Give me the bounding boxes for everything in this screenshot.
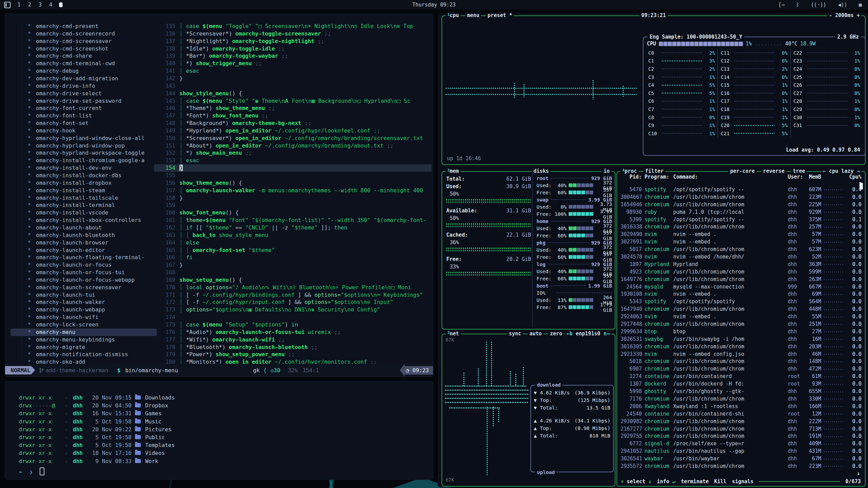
process-2917448[interactable]: 2917448chromium/usr/lib/chromium/chromdh…	[617, 321, 865, 328]
file-item-omarchy-launch-floating-terminal-[interactable]: *omarchy-launch-floating-terminal-	[11, 254, 157, 261]
process-24564[interactable]: 24564mysqldmysqld --max-connection999667…	[617, 283, 865, 291]
net-panel[interactable]: 3net syncautozero ←b enp191s0 n→ 67K 67K	[442, 334, 615, 487]
menu-button[interactable]: menu	[465, 12, 481, 18]
dir-row-Music[interactable]: drwxr-xr-x-dhh 5 Oct 19:58 Music	[19, 418, 426, 426]
process-5343[interactable]: 5343spotify/opt/spotify/spotifydhh564M0.…	[617, 298, 865, 306]
code-line[interactable]	[179, 172, 431, 179]
code-line[interactable]: }	[179, 194, 431, 202]
dir-row-Downloads[interactable]: drwxr-xr-x-dhh20 Nov 09:15 Downloads	[19, 394, 426, 402]
proc-scrollbar[interactable]	[859, 183, 863, 190]
code-line[interactable]: }	[179, 164, 431, 172]
file-item-omarchy-font-current[interactable]: *omarchy-font-current	[11, 104, 157, 112]
process-3016338[interactable]: 3016338chromium/usr/lib/chromium/chromdh…	[617, 223, 865, 231]
file-item-omarchy-debug[interactable]: *omarchy-debug	[11, 67, 157, 75]
file-item-omarchy-lock-screen[interactable]: *omarchy-lock-screen	[11, 321, 157, 329]
proc-tab-per-core[interactable]: per-core	[728, 168, 756, 174]
file-item-omarchy-cmd-present[interactable]: *omarchy-cmd-present	[11, 23, 157, 30]
code-line[interactable]: show_style_menu() {	[179, 90, 431, 97]
proc-action-Kill[interactable]: Kill	[714, 478, 727, 485]
file-item-omarchy-notification-dismiss[interactable]: *omarchy-notification-dismiss	[11, 351, 157, 358]
process-3027691[interactable]: 3027691nvimnvim --embed .dhh57M0.0	[617, 238, 865, 246]
file-item-omarchy-launch-browser[interactable]: *omarchy-launch-browser	[11, 239, 157, 247]
disks-list[interactable]: root929 GiBUsed:40%372 GiBFree:60%557 Gi…	[537, 175, 612, 311]
file-item-omarchy-menu-keybindings[interactable]: *omarchy-menu-keybindings	[11, 336, 157, 344]
process-2921330[interactable]: 2921330nvimnvim --embed config.jsodhh46M…	[617, 351, 865, 358]
process-1930108[interactable]: 1930108nvimnvim --embed .dhh69M0.0	[617, 291, 865, 298]
process-2924063[interactable]: 2924063nvimnvim --embed .dhh55M0.0	[617, 313, 865, 321]
process-3004667[interactable]: 3004667chromium/usr/lib/chromium/chromdh…	[617, 194, 865, 201]
update-interval[interactable]: - 2000ms +	[827, 12, 862, 18]
dir-row-Public[interactable]: drwxr-xr-x-dhh 5 Oct 19:58 Public	[19, 433, 426, 441]
code-line[interactable]: │ *About*) open_in_editor ~/.config/omar…	[179, 142, 431, 150]
code-line[interactable]: │ if [[ "$theme" == "CNCLD" || -z "$them…	[179, 224, 431, 232]
process-7176[interactable]: 7176chromium/usr/lib/chromium/chromdhh33…	[617, 395, 865, 403]
code-line[interactable]: │ case $(menu "Style" "◉ Theme\n𝐀 Font\n…	[179, 97, 431, 105]
process-5998[interactable]: 5998ghostty/usr/bin/ghostty --gtk-dhh655…	[617, 388, 865, 395]
code-line[interactable]: │ │ back_to show_style_menu	[179, 232, 431, 239]
code-line[interactable]: show_setup_menu() {	[179, 276, 431, 284]
file-item-omarchy-hyprland-window-close-all[interactable]: *omarchy-hyprland-window-close-all	[11, 135, 157, 142]
process-1649776[interactable]: 1649776chromium/usr/lib/chromium/chromdh…	[617, 276, 865, 283]
code-line[interactable]: │ │ omarchy-font-set "$theme"	[179, 247, 431, 254]
terminal-window[interactable]: drwxr-xr-x-dhh20 Nov 09:15 Downloadsdrwx…	[5, 381, 433, 479]
process-6907[interactable]: 6907chromium/usr/lib/chromium/chromdhh47…	[617, 365, 865, 373]
proc-rows[interactable]: 5470spotify/opt/spotify/spotify --dhh607…	[617, 186, 865, 470]
proc-panel[interactable]: 4proc filter per-corereversetree ← cpu l…	[616, 171, 866, 487]
code-line[interactable]: │ *Wifi*) omarchy-launch-wifi ;;	[179, 336, 431, 344]
filter-button[interactable]: filter	[643, 168, 665, 174]
code-line[interactable]: }	[179, 75, 431, 82]
file-item-omarchy-install-dev-env[interactable]: *omarchy-install-dev-env	[11, 164, 157, 172]
proc-action-info[interactable]: info ↵	[657, 478, 675, 485]
net-tab-auto[interactable]: auto	[528, 331, 543, 337]
tab-net[interactable]: 3net	[446, 331, 461, 337]
file-item-omarchy-hyprland-workspace-toggle[interactable]: *omarchy-hyprland-workspace-toggle	[11, 149, 157, 157]
proc-action-select[interactable]: ↑ select ↓	[621, 478, 651, 485]
code-line[interactable]: │ esac	[179, 157, 431, 164]
file-item-omarchy-install-dropbox[interactable]: *omarchy-install-dropbox	[11, 179, 157, 187]
code-line[interactable]: │ *Screensaver*) omarchy-toggle-screensa…	[179, 30, 431, 38]
code-line[interactable]: │ *) show_trigger_menu ;;	[179, 60, 431, 67]
file-item-omarchy-drive-set-password[interactable]: *omarchy-drive-set-password	[11, 97, 157, 105]
code-line[interactable]: │ *Bluetooth*) omarchy-launch-bluetooth …	[179, 344, 431, 351]
tab-disks[interactable]: disks	[532, 168, 551, 174]
process-3024578[interactable]: 3024578nvimnvim --embed /home/dhh/dhh52M…	[617, 253, 865, 261]
file-item-omarchy-launch-tui[interactable]: *omarchy-launch-tui	[11, 291, 157, 299]
clock[interactable]: Thursday 09:23	[0, 2, 868, 8]
file-item-omarchy-launch-bluetooth[interactable]: *omarchy-launch-bluetooth	[11, 232, 157, 239]
code-line[interactable]: │ options="$options\n▣ Defaults\n⌂ DNS\n…	[179, 306, 431, 313]
code-line[interactable]: │ local options="♪ Audio\n∿ Wifi\nᛒ Blue…	[179, 284, 431, 291]
tab-cpu[interactable]: 1cpu	[446, 12, 461, 18]
process-3026541[interactable]: 3026541waybar/usr/bin/waybardhh67M0.0	[617, 455, 865, 463]
disk-boot[interactable]: boot1.99 GiB	[537, 282, 612, 289]
dir-row-Pictures[interactable]: drwxr-xr-x-dhh20 Nov 09:22 Pictures	[19, 426, 426, 433]
file-item-omarchy-launch-webapp[interactable]: *omarchy-launch-webapp	[11, 306, 157, 313]
process-4923[interactable]: 4923chromium/usr/lib/chromium/chromdhh59…	[617, 268, 865, 276]
code-line[interactable]: │ *Hyprland*) open_in_editor ~/.config/h…	[179, 127, 431, 135]
tab-proc[interactable]: 4proc	[621, 168, 639, 174]
code-line[interactable]: │ *Nightlight*) omarchy-toggle-nightligh…	[179, 38, 431, 45]
process-1274[interactable]: 1274containe/usr/bin/containerdroot61M0.…	[617, 373, 865, 380]
process-5018[interactable]: 5018chromium/usr/lib/chromium/chromdhh14…	[617, 358, 865, 365]
code-line[interactable]: │ *Audio*) omarchy-launch-or-focus-tui w…	[179, 329, 431, 336]
code-line[interactable]: │ fi	[179, 254, 431, 261]
file-item-omarchy-migrate[interactable]: *omarchy-migrate	[11, 344, 157, 351]
code-line[interactable]: │ *Power*) show_setup_power_menu ;;	[179, 351, 431, 358]
process-2167277[interactable]: 2167277chromium/usr/lib/chromium/chromdh…	[617, 426, 865, 433]
code-line[interactable]: show_font_menu() {	[179, 209, 431, 217]
process-3016305[interactable]: 3016305chromium/usr/lib/chromium/chromdh…	[617, 343, 865, 351]
dir-row-Dropbox[interactable]: drwx------@-dhh20 Nov 04:50 Dropbox	[19, 402, 426, 409]
code-line[interactable]: │ omarchy-launch-walker -m menus:omarchy…	[179, 187, 431, 194]
proc-tab-tree[interactable]: tree	[791, 168, 807, 174]
process-1307[interactable]: 1307dockerd/usr/bin/dockerd -H fd:root93…	[617, 380, 865, 388]
tab-mem[interactable]: 2mem	[446, 168, 461, 174]
cpu-panel[interactable]: 1cpu menu preset * 09:23:21 - 2000ms + E…	[442, 15, 866, 165]
code-line[interactable]: │ *Theme*) show_theme_menu ;;	[179, 104, 431, 112]
code-line[interactable]	[179, 82, 431, 90]
code-line[interactable]: show_theme_menu() {	[179, 179, 431, 187]
editor-window[interactable]: *omarchy-cmd-present*omarchy-cmd-screenr…	[5, 14, 433, 377]
code-line[interactable]: │ [ -f ~/.config/hypr/input.conf ] && op…	[179, 298, 431, 306]
process-1897[interactable]: 1897HyprlandHyprlanddhh363M0.0	[617, 261, 865, 268]
code-line[interactable]: │ *Font*) show_font_menu ;;	[179, 112, 431, 120]
code-line[interactable]: }	[179, 261, 431, 269]
dir-row-Videos[interactable]: drwxr-xr-x-dhh18 Nov 17:16 Videos	[19, 449, 426, 457]
